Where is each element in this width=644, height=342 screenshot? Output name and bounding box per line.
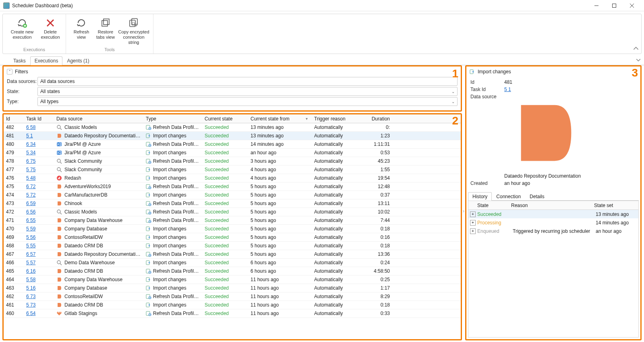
table-row[interactable]: 4626 73ContosoRetailDWRefresh Data Profi… [4,292,461,301]
hist-col-state[interactable]: State [468,203,509,208]
task-id-link[interactable]: 5 16 [26,285,35,291]
task-id-link[interactable]: 5 57 [26,260,35,265]
task-id-link[interactable]: 5 72 [26,192,35,198]
prop-value: 481 [504,79,512,85]
table-row[interactable]: 4806 34sqlJira/PM @ AzureRefresh Data Pr… [4,140,461,149]
filters-collapse-toggle[interactable]: ˄ [7,69,12,75]
col-current-state[interactable]: Current state [202,116,248,122]
task-id-link[interactable]: 6 75 [26,158,35,164]
table-row[interactable]: 4635 16Company DatabaseImport changesSuc… [4,284,461,292]
tab-tasks[interactable]: Tasks [9,56,30,65]
table-row[interactable]: 4775 75Slack CommunityImport changesSucc… [4,166,461,174]
task-id-link[interactable]: 5 75 [26,167,35,172]
grid-body[interactable]: 4826 58Classic ModelsRefresh Data Profil… [4,123,461,339]
prop-link[interactable]: 5 1 [504,87,511,92]
table-row[interactable]: 4786 75Slack CommunityRefresh Data Profi… [4,157,461,166]
copy-encrypted-connection-string[interactable]: Copy encryptedconnection string [118,16,150,46]
table-row[interactable]: 4716 55Company Data WarehouseRefresh Dat… [4,216,461,225]
table-row[interactable]: 4795 34sqlJira/PM @ AzureImport changesS… [4,149,461,157]
table-row[interactable]: 4645 58Company Data WarehouseImport chan… [4,276,461,284]
hist-col-reason[interactable]: Reason [509,203,592,208]
minimize-button[interactable] [588,0,605,11]
magnifier-icon [56,209,62,215]
table-row[interactable]: 4765 48RedashImport changesSucceeded4 ho… [4,174,461,182]
chevron-down-icon: ⌄ [451,89,455,94]
close-button[interactable] [623,0,641,11]
cell-data-source: Dataedo CRM DB [54,268,143,274]
ribbon-collapse-icon[interactable] [633,46,639,51]
table-row[interactable]: 4665 57Demo Data WarehouseImport changes… [4,259,461,267]
table-row[interactable]: 4736 59ChinookRefresh Data ProfilingSucc… [4,199,461,208]
refresh-view[interactable]: Refreshview [69,16,93,46]
expand-toggle[interactable]: + [470,220,476,226]
table-row[interactable]: 4815 1Dataedo Repository DocumentationIm… [4,132,461,140]
filter-select-2[interactable]: All types⌄ [37,97,458,106]
svg-point-43 [57,210,60,213]
col-trigger-reason[interactable]: Trigger reason [312,116,359,122]
sub-tab-connection[interactable]: Connection [492,192,525,201]
table-row[interactable]: 4745 72CarManufacturerDBImport changesSu… [4,191,461,199]
expand-toggle[interactable]: + [470,211,476,217]
table-row[interactable]: 4726 56Classic ModelsRefresh Data Profil… [4,208,461,216]
tab-executions[interactable]: Executions [30,56,63,65]
table-row[interactable]: 4826 58Classic ModelsRefresh Data Profil… [4,123,461,132]
task-id-link[interactable]: 5 1 [26,133,33,139]
table-row[interactable]: 4656 16Dataedo CRM DBRefresh Data Profil… [4,267,461,276]
table-row[interactable]: 4606 54Gitlab StagingsRefresh Data Profi… [4,309,461,318]
task-id-link[interactable]: 6 54 [26,311,35,316]
cell-type: Import changes [143,277,202,283]
sub-tab-details[interactable]: Details [525,192,549,201]
filter-select-0[interactable]: All data sources [37,77,458,86]
task-id-link[interactable]: 5 59 [26,226,35,232]
svg-text:sql: sql [56,150,62,155]
overlay-number-2: 2 [452,114,458,127]
history-row[interactable]: +EnqueuedTriggered by recurring job sche… [468,227,638,235]
task-id-link[interactable]: 6 58 [26,124,35,130]
cell-state: Succeeded [202,158,248,164]
col-task-id[interactable]: Task Id [24,116,54,122]
table-row[interactable]: 4685 55Dataedo CRM DBImport changesSucce… [4,242,461,250]
task-id-link[interactable]: 5 58 [26,277,35,282]
col-id[interactable]: Id [4,116,24,122]
col-data-source[interactable]: Data source [54,116,143,122]
cell-task-id: 5 16 [24,285,54,291]
sub-tab-history[interactable]: History [468,192,492,201]
tabs-chevron-icon[interactable] [636,58,641,64]
cell-task-id: 6 55 [24,218,54,223]
col-duration[interactable]: Duration [359,116,397,122]
table-row[interactable]: 4615 73Dataedo CRM DBImport changesSucce… [4,301,461,309]
table-row[interactable]: 4705 59Company DatabaseImport changesSuc… [4,225,461,233]
expand-toggle[interactable]: + [470,228,476,234]
table-row[interactable]: 4756 72AdventureWorks2019Refresh Data Pr… [4,182,461,191]
tab-agents-[interactable]: Agents (1) [62,56,93,65]
task-id-link[interactable]: 6 59 [26,201,35,206]
task-id-link[interactable]: 5 56 [26,234,35,240]
col-type[interactable]: Type [143,116,202,122]
create-new-execution[interactable]: Create newexecution [6,16,38,46]
import-icon [146,302,151,308]
table-row[interactable]: 4676 57Dataedo Repository DocumentationR… [4,250,461,259]
task-id-link[interactable]: 6 73 [26,294,35,299]
table-row[interactable]: 4695 56ContosoRetailDWImport changesSucc… [4,233,461,242]
task-id-link[interactable]: 6 16 [26,268,35,274]
task-id-link[interactable]: 6 55 [26,218,35,223]
filter-select-1[interactable]: All states⌄ [37,87,458,96]
task-id-link[interactable]: 5 73 [26,302,35,308]
hist-col-state-set[interactable]: State set [592,203,638,208]
history-row[interactable]: +Processing14 minutes ago [468,218,638,227]
task-id-link[interactable]: 6 34 [26,141,35,147]
panel-splitter-handle[interactable]: › [462,203,466,219]
task-id-link[interactable]: 5 55 [26,243,35,249]
delete-execution[interactable]: Deleteexecution [38,16,62,46]
col-state-from[interactable]: Current state from▾ [248,116,312,122]
task-id-link[interactable]: 6 72 [26,184,35,189]
task-id-link[interactable]: 5 48 [26,175,35,181]
history-row[interactable]: +Succeeded13 minutes ago [468,210,638,218]
maximize-button[interactable] [605,0,623,11]
window-title: Scheduler Dashboard (beta) [12,3,588,8]
task-id-link[interactable]: 6 57 [26,251,35,257]
task-id-link[interactable]: 6 56 [26,209,35,215]
task-id-link[interactable]: 5 34 [26,150,35,155]
restore-tabs-view[interactable]: Restoretabs view [93,16,118,46]
cell-task-id: 5 72 [24,192,54,198]
